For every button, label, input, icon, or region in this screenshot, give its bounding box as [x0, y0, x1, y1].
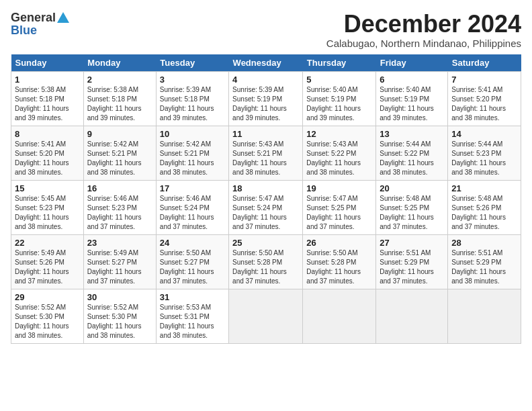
- header-row: Sunday Monday Tuesday Wednesday Thursday…: [11, 54, 521, 72]
- day-detail: Sunrise: 5:47 AM Sunset: 5:25 PM Dayligh…: [306, 194, 372, 232]
- logo-icon: [57, 12, 69, 24]
- day-number: 18: [232, 183, 299, 193]
- col-tuesday: Tuesday: [156, 54, 228, 72]
- col-sunday: Sunday: [11, 54, 84, 72]
- day-number: 4: [232, 75, 299, 85]
- day-detail: Sunrise: 5:46 AM Sunset: 5:24 PM Dayligh…: [160, 194, 225, 232]
- day-detail: Sunrise: 5:51 AM Sunset: 5:29 PM Dayligh…: [380, 248, 444, 286]
- day-number: 23: [87, 238, 152, 248]
- day-number: 8: [15, 129, 80, 139]
- day-number: 1: [15, 75, 80, 85]
- col-saturday: Saturday: [448, 54, 521, 72]
- day-detail: Sunrise: 5:51 AM Sunset: 5:29 PM Dayligh…: [451, 248, 517, 286]
- day-number: 3: [160, 75, 225, 85]
- table-cell: 20 Sunrise: 5:48 AM Sunset: 5:25 PM Dayl…: [376, 180, 448, 234]
- day-detail: Sunrise: 5:50 AM Sunset: 5:28 PM Dayligh…: [232, 248, 299, 286]
- day-detail: Sunrise: 5:38 AM Sunset: 5:18 PM Dayligh…: [15, 85, 80, 123]
- day-detail: Sunrise: 5:38 AM Sunset: 5:18 PM Dayligh…: [87, 85, 152, 123]
- day-number: 30: [87, 292, 152, 302]
- day-detail: Sunrise: 5:42 AM Sunset: 5:21 PM Dayligh…: [160, 140, 225, 177]
- table-cell: 24 Sunrise: 5:50 AM Sunset: 5:27 PM Dayl…: [156, 234, 228, 289]
- svg-marker-0: [57, 12, 69, 23]
- table-cell: 5 Sunrise: 5:40 AM Sunset: 5:19 PM Dayli…: [303, 71, 376, 126]
- day-detail: Sunrise: 5:49 AM Sunset: 5:27 PM Dayligh…: [87, 248, 152, 286]
- day-number: 10: [160, 129, 225, 139]
- day-number: 25: [232, 238, 299, 248]
- title-section: December 2024 Calabugao, Northern Mindan…: [326, 11, 521, 49]
- table-cell: [448, 289, 521, 343]
- day-detail: Sunrise: 5:40 AM Sunset: 5:19 PM Dayligh…: [306, 85, 372, 123]
- table-cell: 2 Sunrise: 5:38 AM Sunset: 5:18 PM Dayli…: [83, 71, 156, 126]
- week-row-4: 22 Sunrise: 5:49 AM Sunset: 5:26 PM Dayl…: [11, 234, 521, 289]
- table-cell: 16 Sunrise: 5:46 AM Sunset: 5:23 PM Dayl…: [83, 180, 156, 234]
- table-cell: [303, 289, 376, 343]
- day-number: 29: [15, 292, 80, 302]
- table-cell: 17 Sunrise: 5:46 AM Sunset: 5:24 PM Dayl…: [156, 180, 228, 234]
- table-cell: 28 Sunrise: 5:51 AM Sunset: 5:29 PM Dayl…: [448, 234, 521, 289]
- table-cell: 7 Sunrise: 5:41 AM Sunset: 5:20 PM Dayli…: [448, 71, 521, 126]
- week-row-1: 1 Sunrise: 5:38 AM Sunset: 5:18 PM Dayli…: [11, 71, 521, 126]
- col-wednesday: Wednesday: [229, 54, 303, 72]
- week-row-2: 8 Sunrise: 5:41 AM Sunset: 5:20 PM Dayli…: [11, 126, 521, 180]
- col-monday: Monday: [83, 54, 156, 72]
- table-cell: 3 Sunrise: 5:39 AM Sunset: 5:18 PM Dayli…: [156, 71, 228, 126]
- table-cell: 18 Sunrise: 5:47 AM Sunset: 5:24 PM Dayl…: [229, 180, 303, 234]
- table-cell: 23 Sunrise: 5:49 AM Sunset: 5:27 PM Dayl…: [83, 234, 156, 289]
- day-number: 9: [87, 129, 152, 139]
- day-number: 19: [306, 183, 372, 193]
- day-detail: Sunrise: 5:46 AM Sunset: 5:23 PM Dayligh…: [87, 194, 152, 232]
- day-detail: Sunrise: 5:47 AM Sunset: 5:24 PM Dayligh…: [232, 194, 299, 232]
- day-number: 17: [160, 183, 225, 193]
- table-cell: 11 Sunrise: 5:43 AM Sunset: 5:21 PM Dayl…: [229, 126, 303, 180]
- day-detail: Sunrise: 5:42 AM Sunset: 5:21 PM Dayligh…: [87, 140, 152, 177]
- calendar-table: Sunday Monday Tuesday Wednesday Thursday…: [11, 54, 521, 344]
- day-detail: Sunrise: 5:39 AM Sunset: 5:19 PM Dayligh…: [232, 85, 299, 123]
- table-cell: 6 Sunrise: 5:40 AM Sunset: 5:19 PM Dayli…: [376, 71, 448, 126]
- table-cell: 1 Sunrise: 5:38 AM Sunset: 5:18 PM Dayli…: [11, 71, 84, 126]
- day-detail: Sunrise: 5:50 AM Sunset: 5:27 PM Dayligh…: [160, 248, 225, 286]
- day-detail: Sunrise: 5:49 AM Sunset: 5:26 PM Dayligh…: [15, 248, 80, 286]
- day-detail: Sunrise: 5:41 AM Sunset: 5:20 PM Dayligh…: [451, 85, 517, 123]
- table-cell: 8 Sunrise: 5:41 AM Sunset: 5:20 PM Dayli…: [11, 126, 84, 180]
- day-detail: Sunrise: 5:43 AM Sunset: 5:22 PM Dayligh…: [306, 140, 372, 177]
- logo: General Blue: [11, 11, 69, 38]
- day-number: 12: [306, 129, 372, 139]
- day-detail: Sunrise: 5:53 AM Sunset: 5:31 PM Dayligh…: [160, 303, 225, 340]
- day-detail: Sunrise: 5:48 AM Sunset: 5:26 PM Dayligh…: [451, 194, 517, 232]
- logo-general: General: [11, 11, 56, 25]
- day-number: 7: [451, 75, 517, 85]
- day-detail: Sunrise: 5:44 AM Sunset: 5:22 PM Dayligh…: [380, 140, 444, 177]
- day-detail: Sunrise: 5:50 AM Sunset: 5:28 PM Dayligh…: [306, 248, 372, 286]
- day-detail: Sunrise: 5:40 AM Sunset: 5:19 PM Dayligh…: [380, 85, 444, 123]
- table-cell: 19 Sunrise: 5:47 AM Sunset: 5:25 PM Dayl…: [303, 180, 376, 234]
- day-number: 26: [306, 238, 372, 248]
- table-cell: 15 Sunrise: 5:45 AM Sunset: 5:23 PM Dayl…: [11, 180, 84, 234]
- table-cell: 9 Sunrise: 5:42 AM Sunset: 5:21 PM Dayli…: [83, 126, 156, 180]
- table-cell: 21 Sunrise: 5:48 AM Sunset: 5:26 PM Dayl…: [448, 180, 521, 234]
- week-row-3: 15 Sunrise: 5:45 AM Sunset: 5:23 PM Dayl…: [11, 180, 521, 234]
- day-detail: Sunrise: 5:44 AM Sunset: 5:23 PM Dayligh…: [451, 140, 517, 177]
- table-cell: 27 Sunrise: 5:51 AM Sunset: 5:29 PM Dayl…: [376, 234, 448, 289]
- day-number: 22: [15, 238, 80, 248]
- table-cell: 14 Sunrise: 5:44 AM Sunset: 5:23 PM Dayl…: [448, 126, 521, 180]
- table-cell: 22 Sunrise: 5:49 AM Sunset: 5:26 PM Dayl…: [11, 234, 84, 289]
- day-detail: Sunrise: 5:39 AM Sunset: 5:18 PM Dayligh…: [160, 85, 225, 123]
- day-number: 16: [87, 183, 152, 193]
- table-cell: 30 Sunrise: 5:52 AM Sunset: 5:30 PM Dayl…: [83, 289, 156, 343]
- table-cell: 25 Sunrise: 5:50 AM Sunset: 5:28 PM Dayl…: [229, 234, 303, 289]
- day-number: 15: [15, 183, 80, 193]
- table-cell: 4 Sunrise: 5:39 AM Sunset: 5:19 PM Dayli…: [229, 71, 303, 126]
- day-number: 27: [380, 238, 444, 248]
- location-title: Calabugao, Northern Mindanao, Philippine…: [326, 38, 521, 49]
- day-detail: Sunrise: 5:48 AM Sunset: 5:25 PM Dayligh…: [380, 194, 444, 232]
- header: General Blue December 2024 Calabugao, No…: [11, 11, 521, 49]
- table-cell: 12 Sunrise: 5:43 AM Sunset: 5:22 PM Dayl…: [303, 126, 376, 180]
- calendar-body: 1 Sunrise: 5:38 AM Sunset: 5:18 PM Dayli…: [11, 71, 521, 343]
- day-number: 6: [380, 75, 444, 85]
- col-thursday: Thursday: [303, 54, 376, 72]
- table-cell: [376, 289, 448, 343]
- table-cell: 26 Sunrise: 5:50 AM Sunset: 5:28 PM Dayl…: [303, 234, 376, 289]
- table-cell: [229, 289, 303, 343]
- day-number: 2: [87, 75, 152, 85]
- day-detail: Sunrise: 5:43 AM Sunset: 5:21 PM Dayligh…: [232, 140, 299, 177]
